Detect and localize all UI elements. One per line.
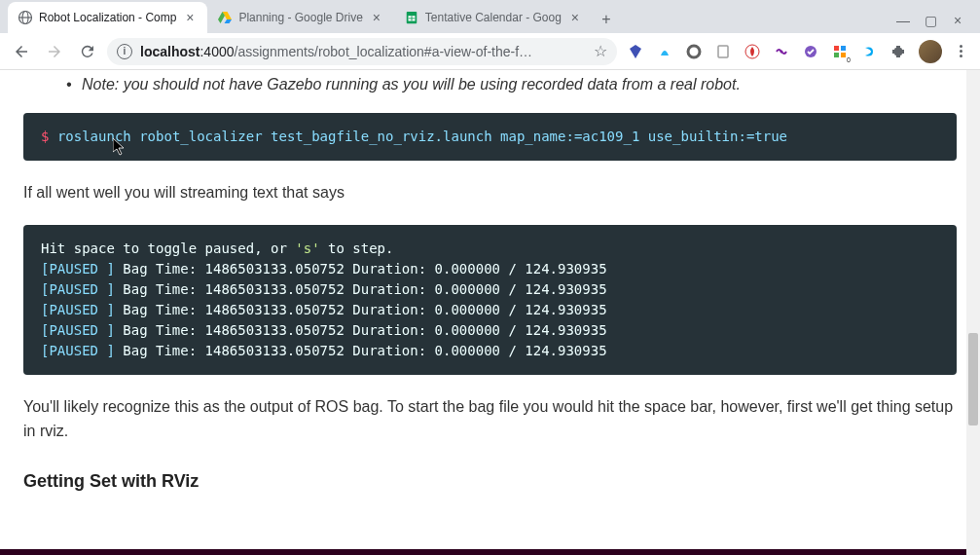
note-text: Note: you should not have Gazebo running…: [23, 70, 957, 93]
forward-button[interactable]: [41, 38, 68, 65]
command-block: $ roslaunch robot_localizer test_bagfile…: [23, 113, 957, 161]
extension-icon[interactable]: [744, 43, 761, 60]
tab-title: Robot Localization - Comp: [39, 11, 176, 24]
extension-area: 0: [623, 40, 972, 63]
minimize-icon[interactable]: —: [896, 14, 910, 27]
paragraph: You'll likely recognize this as the outp…: [23, 394, 957, 444]
reload-button[interactable]: [74, 38, 101, 65]
scrollbar-thumb[interactable]: [968, 333, 978, 426]
extension-icon[interactable]: [802, 43, 819, 60]
extension-icon[interactable]: [860, 43, 878, 60]
address-bar[interactable]: i localhost:4000/assignments/robot_local…: [107, 38, 617, 65]
tab-title: Planning - Google Drive: [238, 11, 362, 24]
svg-rect-12: [834, 46, 839, 51]
drive-icon: [217, 10, 233, 25]
maximize-icon[interactable]: ▢: [924, 14, 937, 27]
extensions-menu-icon[interactable]: [889, 43, 907, 60]
tab-title: Tentative Calendar - Goog: [425, 11, 562, 24]
tab-0[interactable]: Robot Localization - Comp ×: [8, 2, 207, 33]
extension-icon[interactable]: [714, 43, 732, 60]
tab-strip: Robot Localization - Comp × Planning - G…: [8, 0, 896, 33]
svg-rect-13: [841, 46, 846, 51]
close-icon[interactable]: ×: [567, 10, 583, 25]
close-icon[interactable]: ×: [182, 10, 198, 25]
back-button[interactable]: [8, 38, 35, 65]
extension-icon[interactable]: [656, 43, 673, 60]
paragraph: If all went well you will streaming text…: [23, 180, 957, 205]
sheets-icon: [404, 10, 419, 25]
section-heading: Getting Set with RViz: [23, 471, 957, 492]
svg-rect-14: [834, 53, 839, 57]
extension-icon[interactable]: [685, 43, 703, 60]
tab-1[interactable]: Planning - Google Drive ×: [207, 2, 393, 33]
page-content: Note: you should not have Gazebo running…: [0, 70, 980, 549]
desktop-panel: [0, 549, 980, 555]
scrollbar-track[interactable]: [966, 70, 980, 555]
svg-point-10: [780, 50, 783, 53]
extension-icon[interactable]: [627, 43, 644, 60]
window-controls: — ▢ ×: [896, 14, 972, 33]
globe-icon: [18, 10, 33, 25]
bookmark-icon[interactable]: ☆: [594, 42, 607, 60]
chrome-menu-icon[interactable]: [954, 45, 968, 57]
url-text: localhost:4000/assignments/robot_localiz…: [140, 44, 586, 59]
badge-count: 0: [846, 56, 852, 63]
site-info-icon[interactable]: i: [117, 44, 132, 59]
extension-icon[interactable]: 0: [831, 43, 849, 60]
svg-rect-15: [841, 53, 846, 57]
extension-icon[interactable]: [773, 43, 790, 60]
svg-rect-8: [718, 46, 728, 57]
output-block: Hit space to toggle paused, or 's' to st…: [23, 225, 957, 375]
tab-2[interactable]: Tentative Calendar - Goog ×: [394, 2, 593, 33]
svg-point-7: [688, 46, 700, 57]
profile-avatar[interactable]: [919, 40, 942, 63]
new-tab-button[interactable]: +: [593, 6, 620, 33]
close-window-icon[interactable]: ×: [951, 14, 964, 27]
close-icon[interactable]: ×: [369, 10, 384, 25]
